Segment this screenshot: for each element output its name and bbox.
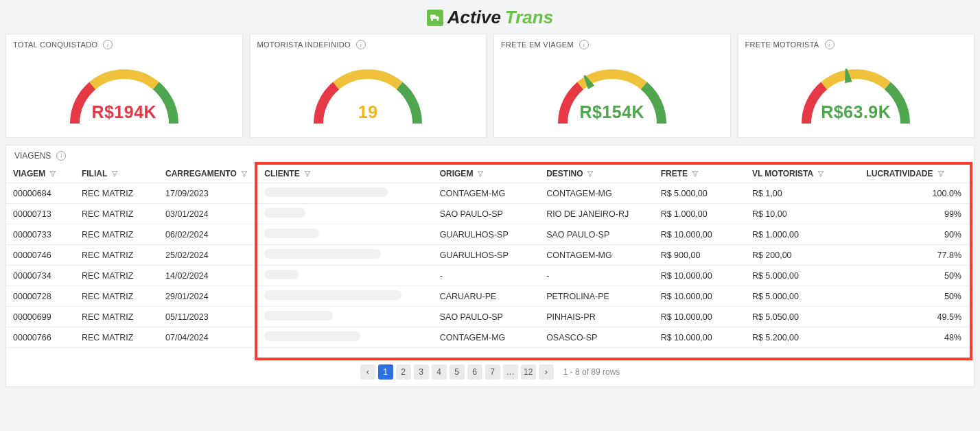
brand-logo: Active Trans — [427, 7, 553, 28]
col-header-lucratividade[interactable]: LUCRATIVIDADE — [859, 165, 974, 183]
filter-icon[interactable] — [691, 170, 699, 178]
cell-origem: - — [433, 266, 539, 286]
cell-vl-motorista: R$ 1,00 — [745, 183, 860, 204]
cell-carregamento: 17/09/2023 — [159, 183, 257, 204]
pager-page[interactable]: 4 — [432, 364, 447, 380]
cell-filial: REC MATRIZ — [75, 245, 159, 266]
cell-vl-motorista: R$ 5.050,00 — [745, 307, 860, 327]
cell-origem: GUARULHOS-SP — [433, 224, 539, 245]
kpi-title: TOTAL CONQUISTADO — [13, 40, 97, 49]
col-header-destino[interactable]: DESTINO — [539, 165, 654, 183]
cell-carregamento: 29/01/2024 — [159, 286, 257, 307]
table-row[interactable]: 00000734 REC MATRIZ 14/02/2024 - - R$ 10… — [6, 266, 974, 286]
pager-page[interactable]: 3 — [414, 364, 429, 380]
cell-viagem: 00000746 — [6, 245, 75, 266]
col-header-frete[interactable]: FRETE — [654, 165, 745, 183]
cell-cliente — [257, 224, 432, 245]
table-header-row: VIAGEMFILIALCARREGAMENTOCLIENTEORIGEMDES… — [6, 165, 974, 183]
kpi-card: FRETE EM VIAGEM i R$154K — [493, 34, 731, 138]
kpi-card: FRETE MOTORISTA i R$63.9K — [738, 34, 975, 138]
cell-filial: REC MATRIZ — [75, 266, 159, 286]
cell-lucratividade: 50% — [859, 286, 974, 307]
col-header-vl_motorista[interactable]: VL MOTORISTA — [745, 165, 860, 183]
table-row[interactable]: 00000733 REC MATRIZ 06/02/2024 GUARULHOS… — [6, 224, 974, 245]
table-row[interactable]: 00000766 REC MATRIZ 07/04/2024 CONTAGEM-… — [6, 327, 974, 348]
filter-icon[interactable] — [303, 170, 312, 178]
cell-vl-motorista: R$ 10,00 — [745, 204, 860, 224]
table-row[interactable]: 00000684 REC MATRIZ 17/09/2023 CONTAGEM-… — [6, 183, 974, 204]
col-header-viagem[interactable]: VIAGEM — [6, 165, 75, 183]
trips-table: VIAGEMFILIALCARREGAMENTOCLIENTEORIGEMDES… — [6, 165, 974, 348]
filter-icon[interactable] — [110, 170, 119, 178]
table-row[interactable]: 00000713 REC MATRIZ 03/01/2024 SAO PAULO… — [6, 204, 974, 224]
cell-filial: REC MATRIZ — [75, 204, 159, 224]
kpi-card: TOTAL CONQUISTADO i R$194K — [5, 34, 243, 138]
cell-frete: R$ 10.000,00 — [654, 327, 745, 348]
truck-icon — [427, 10, 443, 26]
cell-cliente — [257, 327, 432, 348]
cell-carregamento: 07/04/2024 — [159, 327, 257, 348]
filter-icon[interactable] — [586, 170, 594, 178]
col-label: CLIENTE — [264, 169, 299, 178]
pager-page[interactable]: 2 — [396, 364, 411, 380]
pager-next[interactable]: › — [539, 364, 554, 380]
col-header-origem[interactable]: ORIGEM — [433, 165, 539, 183]
trips-card: VIAGENS i VIAGEMFILIALCARREGAMENTOCLIENT… — [5, 145, 975, 387]
info-icon[interactable]: i — [56, 151, 66, 161]
cell-lucratividade: 50% — [859, 266, 974, 286]
pager-info: 1 - 8 of 89 rows — [563, 367, 620, 377]
cell-carregamento: 03/01/2024 — [159, 204, 257, 224]
cell-origem: GUARULHOS-SP — [433, 245, 539, 266]
table-row[interactable]: 00000699 REC MATRIZ 05/11/2023 SAO PAULO… — [6, 307, 974, 327]
cell-filial: REC MATRIZ — [75, 224, 159, 245]
col-header-carregamento[interactable]: CARREGAMENTO — [159, 165, 257, 183]
cell-origem: CONTAGEM-MG — [433, 183, 539, 204]
cell-lucratividade: 100.0% — [859, 183, 974, 204]
kpi-card: MOTORISTA INDEFINIDO i 19 — [250, 34, 487, 138]
cell-filial: REC MATRIZ — [75, 307, 159, 327]
cell-destino: CONTAGEM-MG — [539, 245, 654, 266]
pager-prev[interactable]: ‹ — [360, 364, 375, 380]
cell-lucratividade: 77.8% — [859, 245, 974, 266]
col-header-cliente[interactable]: CLIENTE — [257, 165, 432, 183]
redacted-client — [264, 290, 401, 300]
cell-viagem: 00000684 — [6, 183, 75, 204]
table-row[interactable]: 00000746 REC MATRIZ 25/02/2024 GUARULHOS… — [6, 245, 974, 266]
cell-frete: R$ 1.000,00 — [654, 204, 745, 224]
cell-carregamento: 14/02/2024 — [159, 266, 257, 286]
cell-viagem: 00000734 — [6, 266, 75, 286]
col-header-filial[interactable]: FILIAL — [75, 165, 159, 183]
filter-icon[interactable] — [49, 170, 57, 178]
pager-page[interactable]: 5 — [450, 364, 465, 380]
filter-icon[interactable] — [937, 170, 945, 178]
info-icon[interactable]: i — [103, 40, 113, 49]
filter-icon[interactable] — [240, 170, 248, 178]
cell-frete: R$ 10.000,00 — [654, 307, 745, 327]
cell-origem: SAO PAULO-SP — [433, 204, 539, 224]
pager-page-last[interactable]: 12 — [521, 364, 536, 380]
pager-page[interactable]: 6 — [467, 364, 482, 380]
gauge: R$194K — [13, 49, 235, 130]
col-label: FRETE — [661, 169, 688, 178]
col-label: VIAGEM — [13, 169, 45, 178]
cell-vl-motorista: R$ 5.000,00 — [745, 286, 860, 307]
cell-cliente — [257, 307, 432, 327]
cell-filial: REC MATRIZ — [75, 327, 159, 348]
cell-cliente — [257, 286, 432, 307]
cell-frete: R$ 10.000,00 — [654, 224, 745, 245]
filter-icon[interactable] — [476, 170, 485, 178]
gauge: R$154K — [501, 49, 723, 130]
info-icon[interactable]: i — [579, 40, 589, 49]
cell-destino: - — [539, 266, 654, 286]
info-icon[interactable]: i — [825, 40, 835, 49]
col-label: ORIGEM — [440, 169, 474, 178]
filter-icon[interactable] — [817, 170, 825, 178]
pager-page[interactable]: 7 — [485, 364, 500, 380]
cell-lucratividade: 49.5% — [859, 307, 974, 327]
cell-destino: CONTAGEM-MG — [539, 183, 654, 204]
pager-page[interactable]: 1 — [378, 364, 393, 380]
kpi-title-row: MOTORISTA INDEFINIDO i — [257, 40, 480, 49]
info-icon[interactable]: i — [356, 40, 366, 49]
table-row[interactable]: 00000728 REC MATRIZ 29/01/2024 CARUARU-P… — [6, 286, 974, 307]
cell-cliente — [257, 245, 432, 266]
